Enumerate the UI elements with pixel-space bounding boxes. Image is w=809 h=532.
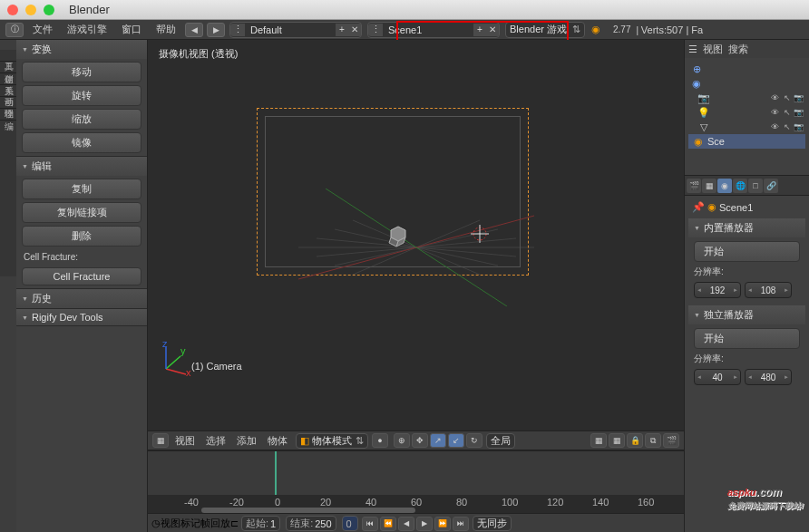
end-frame-field[interactable]: 结束:250 (286, 516, 336, 531)
manipulator-icon[interactable]: ✥ (412, 433, 428, 448)
prop-tab-scene[interactable]: ◉ (717, 179, 732, 193)
copy-linked-button[interactable]: 复制链接项 (22, 202, 141, 223)
move-button[interactable]: 移动 (22, 62, 141, 82)
tree-item[interactable]: ⊕ (688, 62, 805, 76)
tree-item[interactable]: ◉ (688, 76, 805, 91)
keyframe-next-icon[interactable]: ⏩ (434, 517, 451, 531)
render-engine-selector[interactable]: Blender 游戏 ⇅ (505, 22, 585, 38)
pivot-icon[interactable]: ⊕ (394, 433, 410, 448)
layout-name[interactable]: Default (245, 24, 336, 35)
lock-camera-icon[interactable]: 🔒 (627, 433, 643, 448)
builtin-player-header[interactable]: 内置播放器 (688, 218, 805, 237)
3d-viewport[interactable]: 摄像机视图 (透视) (148, 40, 684, 430)
menu-window[interactable]: 窗口 (114, 23, 149, 36)
tab-tools[interactable]: 工具 (0, 50, 16, 62)
tree-item[interactable]: 📷👁↖📷 (688, 91, 805, 105)
transform-header[interactable]: 变换 (16, 40, 147, 59)
layers-icon[interactable]: ▦ (609, 433, 625, 448)
tl-menu-frame[interactable]: 帧 (200, 517, 210, 530)
resolution-y-field[interactable]: 108 (745, 282, 792, 298)
vp-menu-view[interactable]: 视图 (170, 434, 200, 448)
layout-browse-icon[interactable]: ⋮ (230, 24, 245, 36)
prop-tab-world[interactable]: 🌐 (733, 179, 747, 193)
layout-close-button[interactable]: ✕ (348, 24, 361, 36)
orientation-selector[interactable]: 全局 (486, 433, 515, 449)
maximize-window-button[interactable] (44, 5, 54, 15)
vp-menu-select[interactable]: 选择 (200, 434, 231, 448)
menu-help[interactable]: 帮助 (149, 23, 183, 36)
delete-button[interactable]: 删除 (22, 226, 141, 247)
axis-x-icon[interactable]: ↗ (430, 433, 446, 448)
render-preview-icon[interactable]: 🎬 (663, 433, 679, 448)
layout-selector[interactable]: ⋮ Default + ✕ (229, 22, 362, 38)
play-reverse-icon[interactable]: ◀ (398, 517, 414, 531)
forward-icon[interactable]: ▶ (207, 23, 225, 37)
back-icon[interactable]: ◀ (185, 23, 203, 37)
axis-y-icon[interactable]: ↙ (448, 433, 464, 448)
minimize-window-button[interactable] (25, 5, 36, 15)
rigify-header[interactable]: Rigify Dev Tools (16, 309, 147, 325)
prop-tab-render[interactable]: 🎬 (687, 179, 701, 193)
tl-menu-view[interactable]: 视图 (161, 517, 180, 530)
tree-item[interactable]: ▽👁↖📷 (688, 120, 805, 134)
start-player-button[interactable]: 开始 (694, 241, 800, 262)
menu-file[interactable]: 文件 (25, 23, 60, 36)
render-engine-label: Blender 游戏 (510, 23, 567, 36)
start-standalone-button[interactable]: 开始 (694, 328, 800, 349)
layers-icon[interactable]: ▦ (590, 433, 607, 448)
standalone-resolution-y-field[interactable]: 480 (745, 369, 792, 385)
history-header[interactable]: 历史 (16, 289, 147, 308)
play-icon[interactable]: ▶ (416, 517, 433, 531)
scene-name[interactable]: Scene1 (383, 24, 473, 35)
tab-create[interactable]: 创建 (0, 62, 16, 73)
axis-z-icon[interactable]: ↻ (466, 433, 482, 448)
tree-item-active[interactable]: ◉Sce (688, 134, 805, 149)
edit-header[interactable]: 编辑 (16, 157, 147, 176)
prop-tab-object[interactable]: □ (748, 179, 763, 193)
resolution-x-field[interactable]: 192 (694, 282, 741, 298)
vp-menu-object[interactable]: 物体 (262, 434, 293, 448)
jump-start-icon[interactable]: ⏮ (362, 517, 378, 531)
cell-fracture-button[interactable]: Cell Fracture (22, 267, 141, 285)
scene-browse-icon[interactable]: ⋮ (368, 24, 383, 36)
prop-tab-constraint[interactable]: 🔗 (764, 179, 778, 193)
tab-animation[interactable]: 动画 (0, 85, 16, 97)
tab-physics[interactable]: 物理 (0, 97, 16, 109)
vp-menu-add[interactable]: 添加 (231, 434, 262, 448)
menu-game-engine[interactable]: 游戏引擎 (60, 23, 114, 36)
shading-solid-icon[interactable]: ● (372, 433, 388, 448)
tab-grease[interactable]: 编 (0, 109, 16, 121)
outliner-editor-icon[interactable]: ☰ (688, 44, 697, 55)
jump-end-icon[interactable]: ⏭ (453, 517, 469, 531)
editor-type-icon[interactable]: ▦ (152, 433, 169, 448)
timeline-editor-icon[interactable]: ◷ (151, 517, 161, 529)
standalone-player-header[interactable]: 独立播放器 (688, 305, 805, 324)
info-editor-icon[interactable]: ⓘ (5, 23, 24, 37)
outliner-view[interactable]: 视图 (703, 43, 723, 56)
layout-add-button[interactable]: + (336, 24, 348, 36)
mode-selector[interactable]: ◧ 物体模式 ⇅ (296, 433, 368, 449)
sync-selector[interactable]: 无同步 (473, 516, 512, 531)
mirror-button[interactable]: 镜像 (22, 132, 141, 153)
range-icon[interactable]: ⊏ (230, 517, 239, 529)
outliner-search[interactable]: 搜索 (728, 43, 748, 56)
tree-item[interactable]: 💡👁↖📷 (688, 105, 805, 120)
timeline-track[interactable]: -40 -20 0 20 40 60 80 100 120 140 160 (148, 451, 684, 508)
start-frame-field[interactable]: 起始:1 (241, 516, 280, 531)
scale-button[interactable]: 缩放 (22, 109, 141, 130)
pin-icon[interactable]: 📌 (692, 201, 705, 213)
tab-relations[interactable]: 关系 (0, 73, 16, 85)
copy-button[interactable]: 复制 (22, 179, 141, 199)
scene-selector[interactable]: ⋮ Scene1 + ✕ (367, 22, 500, 38)
current-frame-field[interactable]: 0 (342, 516, 358, 531)
close-window-button[interactable] (7, 5, 18, 15)
tl-menu-mark[interactable]: 标记 (180, 517, 200, 530)
scene-add-button[interactable]: + (473, 24, 486, 36)
snap-icon[interactable]: ⧉ (645, 433, 661, 448)
scene-close-button[interactable]: ✕ (486, 24, 499, 36)
tl-menu-playback[interactable]: 回放 (210, 517, 230, 530)
keyframe-prev-icon[interactable]: ⏪ (380, 517, 396, 531)
standalone-resolution-x-field[interactable]: 40 (694, 369, 741, 385)
prop-tab-layers[interactable]: ▦ (702, 179, 716, 193)
rotate-button[interactable]: 旋转 (22, 85, 141, 106)
